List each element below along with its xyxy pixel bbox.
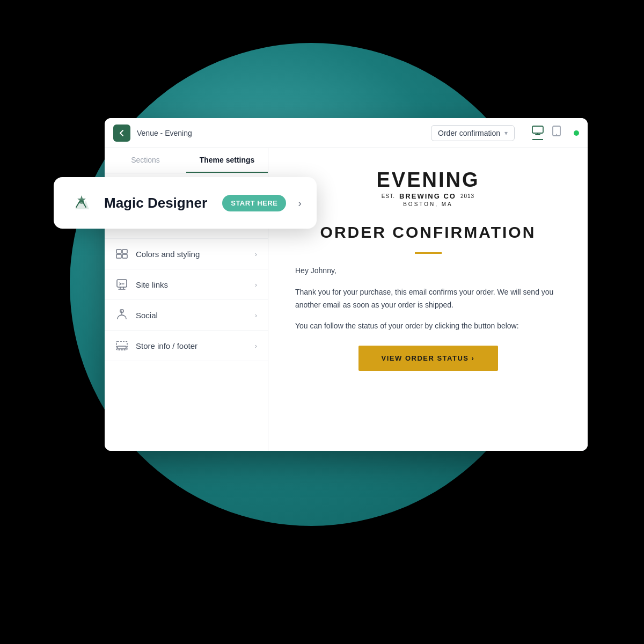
yellow-divider — [415, 252, 442, 254]
magic-chevron-icon: › — [298, 197, 302, 209]
sidebar-social-label: Social — [136, 311, 247, 320]
dropdown-label: Order confirmation — [438, 129, 500, 137]
svg-point-13 — [79, 200, 84, 204]
sidebar-site-links-label: Site links — [136, 280, 247, 289]
colors-icon — [115, 247, 128, 260]
sidebar-item-colors[interactable]: Colors and styling › — [105, 239, 268, 269]
svg-rect-5 — [116, 250, 121, 253]
page-dropdown[interactable]: Order confirmation ▾ — [431, 125, 515, 141]
back-button[interactable] — [113, 125, 130, 142]
view-order-button[interactable]: VIEW ORDER STATUS › — [358, 346, 498, 371]
store-info-chevron-icon: › — [255, 342, 257, 350]
svg-rect-0 — [532, 126, 543, 133]
desktop-view-icon[interactable] — [530, 123, 546, 142]
app-window: Venue - Evening Order confirmation ▾ — [105, 118, 588, 451]
svg-rect-9 — [117, 280, 127, 287]
svg-rect-6 — [122, 250, 127, 253]
store-info-icon — [115, 339, 128, 352]
logo-year: 2013 — [460, 193, 474, 199]
svg-rect-7 — [116, 254, 121, 258]
tablet-view-icon[interactable] — [550, 123, 563, 142]
logo-location: BOSTON, MA — [295, 201, 561, 207]
start-here-button[interactable]: START HERE — [222, 195, 286, 211]
email-greeting: Hey Johnny, — [295, 265, 561, 277]
magic-designer-title: Magic Designer — [104, 195, 213, 211]
social-chevron-icon: › — [255, 311, 257, 319]
sidebar-item-store-info[interactable]: Store info / footer › — [105, 331, 268, 361]
logo-main-text: EVENING — [295, 170, 561, 190]
top-bar: Venue - Evening Order confirmation ▾ — [105, 118, 588, 148]
sidebar-store-info-label: Store info / footer — [136, 341, 247, 350]
dropdown-arrow-icon: ▾ — [504, 129, 508, 137]
venue-name: Venue - Evening — [137, 129, 425, 137]
email-body-text2: You can follow the status of your order … — [295, 320, 561, 333]
sidebar-item-social[interactable]: Social › — [105, 300, 268, 331]
svg-rect-12 — [118, 346, 126, 349]
magic-designer-card: Magic Designer START HERE › — [54, 177, 317, 229]
social-icon — [115, 309, 128, 321]
sidebar-colors-label: Colors and styling — [136, 250, 247, 259]
tab-theme-settings[interactable]: Theme settings — [186, 148, 268, 173]
logo-brewing: BREWING CO — [399, 192, 456, 200]
email-body-text1: Thank you for your purchase, this email … — [295, 286, 561, 312]
svg-point-2 — [556, 134, 557, 135]
tab-bar: Sections Theme settings — [105, 148, 268, 173]
status-indicator — [574, 130, 579, 136]
tab-sections[interactable]: Sections — [105, 148, 186, 173]
site-links-icon — [115, 278, 128, 291]
view-toggle — [530, 123, 563, 142]
sidebar-item-site-links[interactable]: Site links › — [105, 269, 268, 300]
site-links-chevron-icon: › — [255, 281, 257, 289]
magic-designer-icon — [69, 190, 94, 216]
svg-rect-8 — [122, 254, 127, 258]
order-title: ORDER CONFIRMATION — [295, 223, 561, 241]
colors-chevron-icon: › — [255, 250, 257, 258]
logo-est: EST. — [382, 193, 395, 199]
email-logo: EVENING EST. BREWING CO 2013 BOSTON, MA — [295, 170, 561, 207]
